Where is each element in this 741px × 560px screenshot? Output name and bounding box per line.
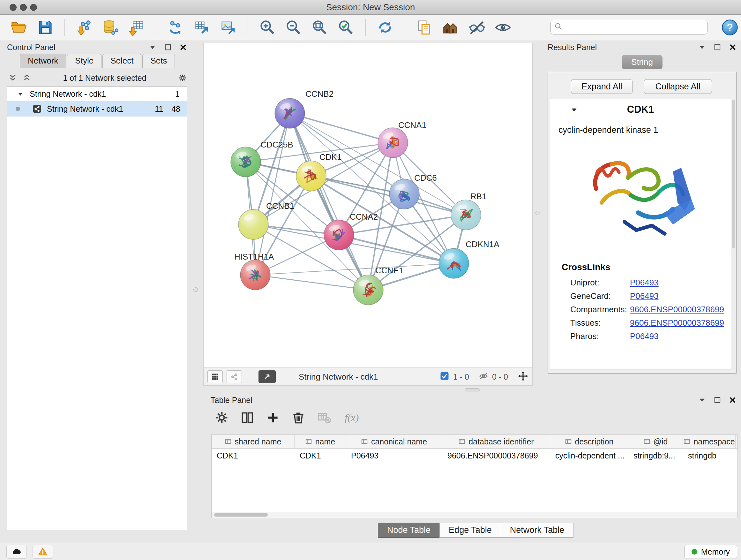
export-table-icon[interactable] — [193, 18, 211, 37]
table-cell[interactable]: stringdb:9... — [628, 449, 683, 462]
node-CCNB2[interactable]: CCNB2 — [275, 89, 333, 128]
panel-close-icon[interactable] — [179, 43, 188, 52]
node-CCNE1[interactable]: CCNE1 — [353, 266, 403, 305]
open-session-icon[interactable] — [10, 18, 28, 37]
new-network-from-selection-icon[interactable] — [166, 18, 185, 37]
edge-CCNE1-HIST1H1A[interactable] — [255, 275, 368, 290]
tab-edge-table[interactable]: Edge Table — [440, 523, 501, 538]
tab-network[interactable]: Network — [20, 54, 66, 68]
table-cell[interactable]: stringdb — [683, 449, 736, 462]
search-input[interactable] — [563, 20, 704, 34]
pan-move-icon[interactable] — [518, 371, 529, 383]
table-settings-gear-icon[interactable] — [212, 408, 231, 427]
panel-collapse-icon[interactable] — [697, 395, 706, 405]
string-home-icon[interactable] — [441, 18, 460, 37]
window-maximize-button[interactable] — [30, 4, 37, 11]
table-cell[interactable]: cyclin-dependent ... — [550, 449, 628, 462]
column-header-canonical-name[interactable]: canonical name — [346, 435, 442, 448]
node-CDC6[interactable]: CDC6 — [389, 173, 437, 209]
apply-preferred-layout-icon[interactable] — [376, 18, 394, 37]
table-scrollbar-thumb[interactable] — [214, 513, 268, 516]
zoom-in-icon[interactable] — [258, 18, 277, 37]
tab-node-table[interactable]: Node Table — [378, 523, 440, 538]
warning-icon[interactable] — [32, 545, 53, 559]
splitter-handle-right[interactable] — [536, 211, 540, 215]
splitter-handle-left[interactable] — [193, 287, 198, 292]
tree-expand-icon[interactable] — [17, 90, 24, 98]
table-cell[interactable]: CDK1 — [294, 449, 346, 462]
save-session-icon[interactable] — [36, 18, 54, 37]
glassball-toggle-icon[interactable] — [468, 18, 486, 37]
panel-collapse-icon[interactable] — [697, 43, 706, 52]
table-cell[interactable]: CDK1 — [212, 449, 294, 462]
node-CDC25B[interactable]: CDC25B — [231, 140, 293, 177]
crosslink-link[interactable]: P06493 — [630, 291, 659, 301]
tab-sets[interactable]: Sets — [142, 54, 175, 68]
column-header--id[interactable]: @id — [628, 435, 683, 448]
zoom-selected-icon[interactable] — [337, 18, 355, 37]
add-column-icon[interactable] — [264, 408, 282, 427]
import-table-file-icon[interactable] — [127, 18, 146, 37]
zoom-fit-icon[interactable] — [311, 18, 329, 37]
selected-checkbox-icon[interactable] — [440, 371, 449, 382]
crosslink-link[interactable]: 9606.ENSP00000378699 — [630, 305, 724, 314]
network-canvas[interactable]: CCNB2CCNA1CDC25BCDK1CDC6RB1CCNB1CCNA2CDK… — [203, 43, 533, 368]
panel-float-icon[interactable] — [713, 395, 722, 405]
birds-eye-toggle-icon[interactable] — [259, 370, 276, 383]
collapse-all-networks-icon[interactable] — [8, 73, 17, 82]
import-network-file-icon[interactable] — [75, 18, 93, 37]
help-button[interactable]: ? — [721, 19, 738, 36]
edge-CCNB2-HIST1H1A[interactable] — [255, 113, 290, 275]
network-share-view-icon[interactable] — [226, 370, 242, 383]
network-row-selected[interactable]: String Network - cdk1 11 48 — [7, 101, 187, 117]
tab-select[interactable]: Select — [103, 54, 141, 68]
collapse-all-button[interactable]: Collapse All — [644, 79, 712, 94]
crosslink-link[interactable]: 9606.ENSP00000378699 — [630, 318, 724, 328]
edge-CDK1-RB1[interactable] — [311, 176, 466, 215]
expand-all-button[interactable]: Expand All — [571, 79, 633, 94]
export-image-icon[interactable] — [219, 18, 238, 37]
crosslink-link[interactable]: P06493 — [630, 278, 659, 288]
panel-close-icon[interactable] — [728, 43, 737, 52]
table-cell[interactable]: 9606.ENSP00000378699 — [442, 449, 550, 462]
table-cell[interactable]: P06493 — [346, 449, 442, 462]
edge-CCNB2-CCNA1[interactable] — [290, 113, 393, 143]
edge-CCNB2-CCNE1[interactable] — [290, 113, 368, 290]
expand-all-networks-icon[interactable] — [22, 73, 31, 82]
tab-style[interactable]: Style — [67, 54, 102, 68]
panel-float-icon[interactable] — [713, 43, 722, 52]
copy-document-icon[interactable] — [415, 18, 434, 37]
grid-view-icon[interactable] — [207, 370, 223, 383]
panel-float-icon[interactable] — [163, 43, 172, 52]
column-header-namespace[interactable]: namespace — [683, 435, 736, 448]
node-CCNA1[interactable]: CCNA1 — [378, 120, 426, 158]
column-header-database-identifier[interactable]: database identifier — [442, 435, 550, 448]
column-header-shared-name[interactable]: shared name — [212, 435, 294, 448]
column-header-description[interactable]: description — [550, 435, 628, 448]
splitter-handle-bottom[interactable] — [465, 388, 480, 391]
node-RB1[interactable]: RB1 — [451, 192, 487, 230]
section-collapse-icon[interactable] — [570, 106, 578, 114]
results-scrollbar[interactable] — [731, 99, 735, 369]
panel-collapse-icon[interactable] — [148, 43, 157, 52]
structure-eye-icon[interactable] — [494, 18, 512, 37]
memory-button[interactable]: Memory — [684, 545, 737, 558]
node-CDK1[interactable]: CDK1 — [296, 152, 341, 191]
panel-close-icon[interactable] — [728, 395, 737, 405]
zoom-out-icon[interactable] — [284, 18, 303, 37]
table-horizontal-scrollbar[interactable] — [212, 512, 738, 518]
tab-string[interactable]: String — [622, 55, 663, 69]
import-network-database-icon[interactable] — [101, 18, 120, 37]
table-row[interactable]: CDK1CDK1P064939606.ENSP00000378699cyclin… — [212, 449, 738, 462]
results-scrollbar-thumb[interactable] — [732, 100, 735, 248]
node-HIST1H1A[interactable]: HIST1H1A — [234, 252, 274, 290]
delete-column-icon[interactable] — [289, 408, 308, 427]
select-columns-icon[interactable] — [238, 408, 257, 427]
network-options-gear-icon[interactable] — [178, 73, 187, 82]
crosslink-link[interactable]: P06493 — [630, 331, 659, 341]
network-collection-row[interactable]: String Network - cdk1 1 — [7, 86, 187, 101]
window-minimize-button[interactable] — [20, 4, 27, 11]
hidden-eye-slash-icon[interactable] — [479, 371, 488, 382]
cloud-status-icon[interactable] — [6, 545, 27, 559]
column-header-name[interactable]: name — [294, 435, 346, 448]
